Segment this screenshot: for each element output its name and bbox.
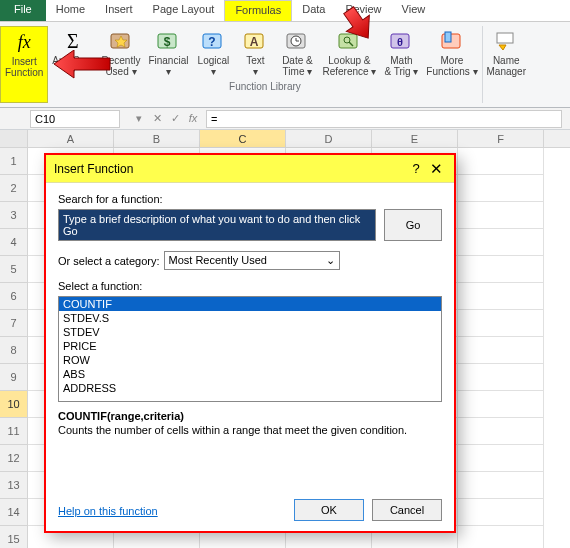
search-input[interactable]: Type a brief description of what you wan…: [58, 209, 376, 241]
row-header[interactable]: 10: [0, 391, 28, 418]
text-button[interactable]: A Text▾: [234, 26, 276, 80]
tab-insert[interactable]: Insert: [95, 0, 143, 21]
insert-function-button[interactable]: fx Insert Function: [0, 26, 48, 103]
name-box-dropdown-icon[interactable]: ▾: [132, 112, 146, 125]
cell[interactable]: [458, 229, 544, 256]
cell[interactable]: [458, 148, 544, 175]
function-list-item[interactable]: ADDRESS: [59, 381, 441, 395]
cell[interactable]: [458, 283, 544, 310]
column-header[interactable]: D: [286, 130, 372, 147]
name-box[interactable]: C10: [30, 110, 120, 128]
chevron-down-icon: ▾: [166, 66, 171, 77]
help-link[interactable]: Help on this function: [58, 505, 158, 517]
row-header[interactable]: 11: [0, 418, 28, 445]
formula-input[interactable]: =: [206, 110, 562, 128]
name-manager-label: Name Manager: [487, 55, 526, 77]
column-header[interactable]: F: [458, 130, 544, 147]
cell[interactable]: [458, 472, 544, 499]
cell[interactable]: [458, 175, 544, 202]
row-header[interactable]: 12: [0, 445, 28, 472]
row-header[interactable]: 5: [0, 256, 28, 283]
cell[interactable]: [458, 526, 544, 548]
dialog-help-icon[interactable]: ?: [406, 161, 426, 176]
svg-text:θ: θ: [397, 36, 403, 48]
more-functions-button[interactable]: More Functions ▾: [422, 26, 481, 80]
book-search-icon: [337, 29, 361, 53]
financial-button[interactable]: $ Financial▾: [144, 26, 192, 80]
tab-file[interactable]: File: [0, 0, 46, 21]
book-star-icon: [109, 29, 133, 53]
function-list-item[interactable]: STDEV.S: [59, 311, 441, 325]
recently-used-button[interactable]: Recently Used ▾: [98, 26, 145, 80]
tab-view[interactable]: View: [392, 0, 436, 21]
cell[interactable]: [458, 202, 544, 229]
function-list-item[interactable]: PRICE: [59, 339, 441, 353]
cell[interactable]: [458, 445, 544, 472]
tab-review[interactable]: Review: [335, 0, 391, 21]
svg-text:?: ?: [209, 35, 216, 49]
row-header[interactable]: 15: [0, 526, 28, 548]
cell[interactable]: [458, 418, 544, 445]
tag-icon: [494, 29, 518, 53]
cell[interactable]: [458, 391, 544, 418]
function-list-item[interactable]: ROW: [59, 353, 441, 367]
row-header[interactable]: 7: [0, 310, 28, 337]
column-header[interactable]: E: [372, 130, 458, 147]
svg-text:A: A: [250, 35, 259, 49]
function-library-label: Function Library: [229, 80, 301, 92]
name-manager-button[interactable]: Name Manager: [483, 26, 530, 103]
row-header[interactable]: 4: [0, 229, 28, 256]
fx-icon[interactable]: fx: [186, 112, 200, 125]
row-header[interactable]: 13: [0, 472, 28, 499]
select-all-corner[interactable]: [0, 130, 28, 147]
logical-button[interactable]: ? Logical▾: [192, 26, 234, 80]
ok-button[interactable]: OK: [294, 499, 364, 521]
column-header[interactable]: B: [114, 130, 200, 147]
function-list[interactable]: COUNTIFSTDEV.SSTDEVPRICEROWABSADDRESS: [58, 296, 442, 402]
lookup-reference-button[interactable]: Lookup & Reference ▾: [318, 26, 380, 80]
cancel-formula-icon[interactable]: ✕: [150, 112, 164, 125]
tab-home[interactable]: Home: [46, 0, 95, 21]
row-header[interactable]: 2: [0, 175, 28, 202]
go-button[interactable]: Go: [384, 209, 442, 241]
row-header[interactable]: 9: [0, 364, 28, 391]
cell[interactable]: [458, 499, 544, 526]
dialog-close-icon[interactable]: ✕: [426, 160, 446, 178]
math-trig-label: Math & Trig: [384, 55, 412, 77]
function-list-item[interactable]: ABS: [59, 367, 441, 381]
function-list-item[interactable]: STDEV: [59, 325, 441, 339]
column-header[interactable]: C: [200, 130, 286, 147]
cell[interactable]: [458, 256, 544, 283]
chevron-down-icon: ▾: [70, 66, 75, 77]
row-header[interactable]: 6: [0, 283, 28, 310]
row-header[interactable]: 3: [0, 202, 28, 229]
formula-bar: C10 ▾ ✕ ✓ fx =: [0, 108, 570, 130]
category-value: Most Recently Used: [169, 254, 267, 267]
book-question-icon: ?: [201, 29, 225, 53]
chevron-down-icon: ▾: [307, 66, 312, 77]
column-header[interactable]: A: [28, 130, 114, 147]
book-clock-icon: [285, 29, 309, 53]
cell[interactable]: [458, 364, 544, 391]
tab-data[interactable]: Data: [292, 0, 335, 21]
cell[interactable]: [458, 337, 544, 364]
insert-function-dialog: Insert Function ? ✕ Search for a functio…: [44, 153, 456, 533]
row-header[interactable]: 14: [0, 499, 28, 526]
dialog-title: Insert Function: [54, 162, 406, 176]
date-time-button[interactable]: Date & Time ▾: [276, 26, 318, 80]
row-header[interactable]: 8: [0, 337, 28, 364]
enter-formula-icon[interactable]: ✓: [168, 112, 182, 125]
autosum-button[interactable]: Σ AutoSum▾: [48, 26, 97, 80]
chevron-down-icon: ⌄: [326, 254, 335, 267]
category-select[interactable]: Most Recently Used ⌄: [164, 251, 340, 270]
financial-label: Financial: [148, 55, 188, 66]
cell[interactable]: [458, 310, 544, 337]
tab-formulas[interactable]: Formulas: [224, 0, 292, 21]
function-list-item[interactable]: COUNTIF: [59, 297, 441, 311]
row-header[interactable]: 1: [0, 148, 28, 175]
tab-page-layout[interactable]: Page Layout: [143, 0, 225, 21]
cancel-button[interactable]: Cancel: [372, 499, 442, 521]
svg-rect-12: [339, 34, 357, 48]
math-trig-button[interactable]: θ Math & Trig ▾: [380, 26, 422, 80]
ribbon-tabs: File Home Insert Page Layout Formulas Da…: [0, 0, 570, 22]
